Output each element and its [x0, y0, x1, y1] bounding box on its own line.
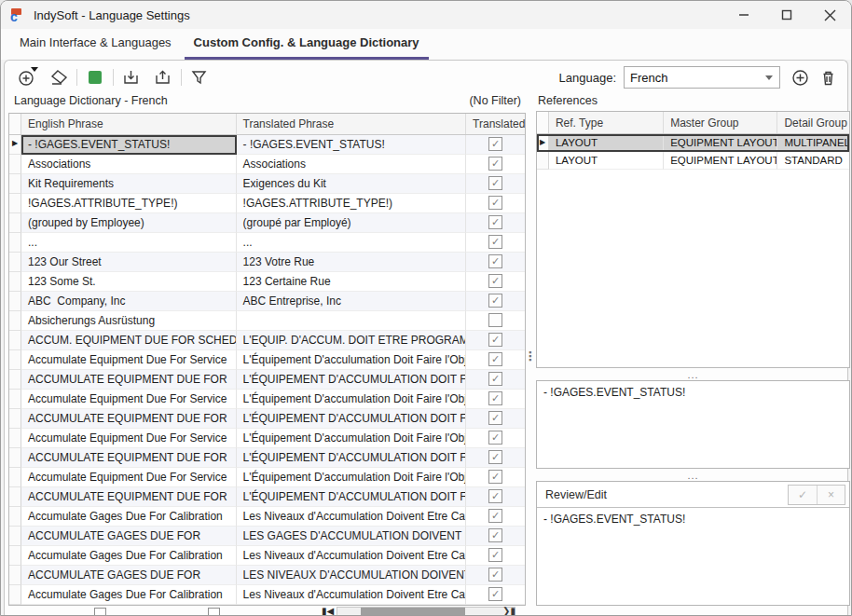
dictionary-row[interactable]: Accumulate Equipment Due For ServiceL'Éq…: [9, 390, 525, 409]
horizontal-scrollbar-thumb[interactable]: [361, 608, 465, 615]
english-phrase-cell[interactable]: - !GAGES.EVENT_STATUS!: [21, 135, 237, 155]
detail-group-cell[interactable]: STANDARD: [777, 152, 849, 170]
master-group-cell[interactable]: EQUIPMENT LAYOUTS: [664, 134, 777, 152]
translated-phrase-cell[interactable]: - !GAGES.EVENT_STATUS!: [237, 135, 467, 155]
reference-row[interactable]: LAYOUTEQUIPMENT LAYOUTSSTANDARD: [537, 152, 849, 170]
translated-phrase-cell[interactable]: LES NIVEAUX D'ACCUMULATION DOIVENT ETRE: [237, 566, 467, 585]
ref-type-cell[interactable]: LAYOUT: [549, 152, 664, 170]
translated-checkbox[interactable]: ✓: [488, 470, 502, 484]
translated-phrase-cell[interactable]: L'ÉQUIPEMENT D'ACCUMULATION DOIT FAIRE L…: [237, 487, 467, 507]
dictionary-row[interactable]: 123 Some St.123 Certaine Rue✓: [9, 272, 525, 292]
detail-group-cell[interactable]: MULTIPANEL-: [777, 134, 849, 152]
translated-checkbox[interactable]: ✓: [488, 587, 502, 601]
english-phrase-cell[interactable]: Accumulate Equipment Due For Service: [21, 468, 237, 487]
column-header-translated[interactable]: Translated: [466, 114, 525, 134]
translated-phrase-cell[interactable]: Associations: [237, 155, 467, 174]
column-header-translated-phrase[interactable]: Translated Phrase: [237, 114, 467, 134]
translated-phrase-cell[interactable]: LES GAGES D'ACCUMULATION DOIVENT ETRE CA: [237, 527, 467, 546]
dictionary-row[interactable]: ACCUMULATE EQUIPMENT DUE FORL'ÉQUIPEMENT…: [9, 409, 525, 429]
delete-language-button[interactable]: [820, 69, 836, 87]
dictionary-row[interactable]: AssociationsAssociations✓: [9, 155, 525, 174]
maximize-button[interactable]: [765, 1, 808, 29]
translated-phrase-cell[interactable]: (groupé par Employé): [237, 213, 467, 233]
filter-status[interactable]: (No Filter): [469, 94, 525, 113]
column-header-ref-type[interactable]: Ref. Type: [549, 112, 664, 133]
translated-checkbox[interactable]: ✓: [488, 196, 502, 210]
import-button[interactable]: [120, 66, 143, 89]
dictionary-row[interactable]: Accumulate Equipment Due For ServiceL'Éq…: [9, 350, 525, 370]
translated-phrase-cell[interactable]: L'Équipement D'accumulation Doit Faire l…: [237, 390, 467, 409]
translated-checkbox[interactable]: ✓: [488, 568, 502, 582]
ref-type-cell[interactable]: LAYOUT: [549, 134, 664, 152]
english-phrase-cell[interactable]: Absicherungs Ausrüstung: [21, 311, 237, 331]
english-phrase-cell[interactable]: ACCUMULATE EQUIPMENT DUE FOR: [21, 409, 237, 429]
english-phrase-cell[interactable]: ACCUMULATE EQUIPMENT DUE FOR: [21, 448, 237, 468]
dictionary-row[interactable]: ACCUMULATE EQUIPMENT DUE FORL'ÉQUIPEMENT…: [9, 487, 525, 507]
translated-checkbox[interactable]: ✓: [488, 450, 502, 464]
translated-checkbox[interactable]: [488, 313, 502, 327]
translated-checkbox[interactable]: ✓: [488, 294, 502, 308]
dictionary-row[interactable]: Accumulate Equipment Due For ServiceL'Éq…: [9, 429, 525, 448]
english-phrase-cell[interactable]: Accumulate Equipment Due For Service: [21, 429, 237, 448]
dictionary-row[interactable]: ACCUM. EQUIPMENT DUE FOR SCHEDULEL'EQUIP…: [9, 331, 525, 350]
horizontal-splitter-bottom[interactable]: ...: [536, 469, 850, 481]
dictionary-row[interactable]: !GAGES.ATTRIBUTE_TYPE!)!GAGES.ATTRIBUTE_…: [9, 194, 525, 213]
dictionary-row[interactable]: Accumulate Gages Due For CalibrationLes …: [9, 546, 525, 566]
english-phrase-cell[interactable]: Kit Requirements: [21, 174, 237, 194]
translated-checkbox[interactable]: ✓: [488, 411, 502, 425]
translated-checkbox[interactable]: ✓: [488, 235, 502, 249]
translated-checkbox[interactable]: ✓: [488, 215, 502, 229]
dictionary-row[interactable]: Absicherungs Ausrüstung: [9, 311, 525, 331]
dictionary-row[interactable]: ......✓: [9, 233, 525, 253]
review-accept-button[interactable]: ✓: [789, 486, 817, 504]
english-phrase-cell[interactable]: Associations: [21, 155, 237, 174]
dictionary-row[interactable]: ABC Company, IncABC Entreprise, Inc✓: [9, 292, 525, 311]
translated-phrase-cell[interactable]: 123 Votre Rue: [237, 253, 467, 272]
column-header-detail-group[interactable]: Detail Group: [777, 112, 849, 133]
dictionary-row[interactable]: 123 Our Street123 Votre Rue✓: [9, 253, 525, 272]
dictionary-row[interactable]: (grouped by Employee)(groupé par Employé…: [9, 213, 525, 233]
reference-row[interactable]: ▶LAYOUTEQUIPMENT LAYOUTSMULTIPANEL-: [537, 134, 849, 152]
translated-checkbox[interactable]: ✓: [488, 391, 502, 405]
english-phrase-cell[interactable]: ACCUMULATE EQUIPMENT DUE FOR: [21, 370, 237, 390]
translated-checkbox[interactable]: ✓: [488, 254, 502, 268]
horizontal-splitter-top[interactable]: ...: [536, 368, 850, 380]
english-phrase-cell[interactable]: Accumulate Gages Due For Calibration: [21, 546, 237, 566]
english-phrase-cell[interactable]: ACCUMULATE EQUIPMENT DUE FOR: [21, 487, 237, 507]
dictionary-row[interactable]: ACCUMULATE GAGES DUE FORLES GAGES D'ACCU…: [9, 527, 525, 546]
translated-checkbox[interactable]: ✓: [488, 509, 502, 523]
translated-checkbox[interactable]: ✓: [488, 548, 502, 562]
close-button[interactable]: [808, 1, 851, 29]
filter-row-checkbox[interactable]: [94, 608, 106, 615]
dictionary-row[interactable]: Accumulate Equipment Due For ServiceL'Éq…: [9, 468, 525, 487]
translated-phrase-cell[interactable]: Les Niveaux d'Accumulation Doivent Etre …: [237, 507, 467, 527]
vertical-splitter[interactable]: ▪▪▪: [527, 113, 536, 607]
translated-phrase-cell[interactable]: Les Niveaux d'Accumulation Doivent Etre …: [237, 546, 467, 566]
translated-checkbox[interactable]: ✓: [488, 274, 502, 288]
dictionary-row[interactable]: ACCUMULATE EQUIPMENT DUE FORL'ÉQUIPEMENT…: [9, 448, 525, 468]
add-record-button[interactable]: [16, 66, 38, 89]
translated-phrase-cell[interactable]: Les Niveaux d'Accumulation Doivent Etre …: [237, 585, 467, 605]
translated-phrase-cell[interactable]: L'ÉQUIPEMENT D'ACCUMULATION DOIT FAIRE L…: [237, 409, 467, 429]
translated-phrase-cell[interactable]: ...: [237, 233, 467, 253]
translated-checkbox[interactable]: ✓: [488, 372, 502, 386]
translated-phrase-cell[interactable]: ABC Entreprise, Inc: [237, 292, 467, 311]
english-phrase-cell[interactable]: ACCUM. EQUIPMENT DUE FOR SCHEDULE: [21, 331, 237, 350]
minimize-button[interactable]: [722, 1, 765, 29]
export-button[interactable]: [152, 66, 174, 89]
english-phrase-cell[interactable]: Accumulate Equipment Due For Service: [21, 390, 237, 409]
translated-phrase-cell[interactable]: L'Équipement D'acculumation Doit Faire l…: [237, 350, 467, 370]
translated-phrase-cell[interactable]: !GAGES.ATTRIBUTE_TYPE!): [237, 194, 467, 213]
translated-phrase-cell[interactable]: L'Équipement D'accumulation Doit Faire l…: [237, 468, 467, 487]
translated-checkbox[interactable]: ✓: [488, 333, 502, 347]
add-record-dropdown-icon[interactable]: [31, 67, 38, 72]
translated-checkbox[interactable]: ✓: [488, 489, 502, 503]
translated-checkbox[interactable]: ✓: [488, 431, 502, 445]
translated-checkbox[interactable]: ✓: [488, 176, 502, 190]
record-navigator[interactable]: ▮◀: [322, 606, 334, 615]
english-phrase-cell[interactable]: ACCUMULATE GAGES DUE FOR: [21, 566, 237, 585]
phrase-preview-box[interactable]: - !GAGES.EVENT_STATUS!: [536, 380, 850, 469]
tab-custom-config[interactable]: Custom Config. & Language Dictionary: [185, 29, 429, 60]
add-language-button[interactable]: [791, 69, 809, 87]
master-group-cell[interactable]: EQUIPMENT LAYOUTS: [664, 152, 777, 170]
